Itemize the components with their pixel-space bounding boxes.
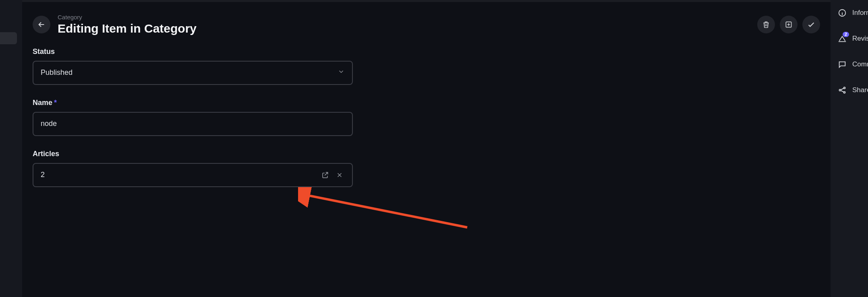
open-relation-button[interactable]	[320, 170, 330, 180]
sidebar-item-information[interactable]: Information	[831, 0, 868, 26]
open-in-new-icon	[321, 171, 329, 179]
svg-point-4	[843, 91, 845, 93]
arrow-left-icon	[37, 20, 46, 29]
left-rail	[0, 0, 22, 297]
left-rail-active-chip[interactable]	[0, 32, 17, 44]
trash-icon	[762, 21, 770, 29]
delete-button[interactable]	[757, 16, 775, 33]
sidebar-item-label: Comments	[852, 60, 868, 68]
name-value: node	[41, 120, 345, 128]
revisions-badge: 2	[843, 32, 849, 37]
articles-relation[interactable]: 2	[33, 163, 353, 187]
info-icon	[838, 8, 847, 17]
status-value: Published	[41, 68, 338, 77]
breadcrumb[interactable]: Category	[58, 14, 197, 21]
field-name: Name * node	[33, 99, 374, 136]
articles-value: 2	[41, 171, 320, 179]
archive-button[interactable]	[780, 16, 798, 33]
field-articles: Articles 2	[33, 150, 374, 187]
check-icon	[807, 20, 816, 29]
editor-header: Category Editing Item in Category	[22, 2, 831, 39]
status-label: Status	[33, 47, 374, 56]
comment-icon	[838, 60, 847, 69]
status-select[interactable]: Published	[33, 61, 353, 85]
svg-point-3	[843, 87, 845, 89]
sidebar-item-revisions[interactable]: 2 Revisions	[831, 26, 868, 52]
close-icon	[336, 171, 343, 179]
save-button[interactable]	[802, 16, 820, 33]
name-input[interactable]: node	[33, 112, 353, 136]
clear-relation-button[interactable]	[334, 170, 345, 180]
right-sidebar: Information 2 Revisions Comments Shares	[831, 0, 868, 297]
svg-point-2	[839, 89, 841, 91]
page-title: Editing Item in Category	[58, 22, 197, 35]
field-status: Status Published	[33, 47, 374, 85]
sidebar-item-label: Information	[852, 9, 868, 17]
sidebar-item-comments[interactable]: Comments	[831, 52, 868, 77]
editor-panel: Category Editing Item in Category	[22, 2, 831, 297]
sidebar-item-label: Revisions	[852, 35, 868, 43]
articles-label: Articles	[33, 150, 374, 158]
sidebar-item-shares[interactable]: Shares	[831, 77, 868, 103]
archive-icon	[785, 21, 793, 29]
edit-form: Status Published Name * node Articles 2	[22, 39, 385, 209]
share-icon	[838, 86, 847, 95]
name-label: Name *	[33, 99, 374, 107]
chevron-down-icon	[338, 68, 345, 77]
back-button[interactable]	[33, 16, 50, 33]
sidebar-item-label: Shares	[852, 86, 868, 94]
required-indicator: *	[54, 99, 57, 107]
